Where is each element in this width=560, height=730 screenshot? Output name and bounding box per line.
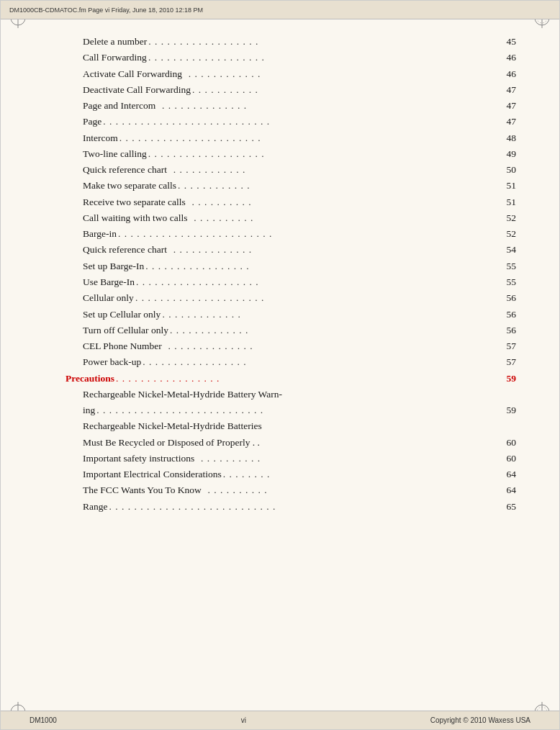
toc-dots: . . . . . . . . . . . . . . . . . . . . … xyxy=(109,499,500,515)
toc-row-quick-ref-chart-2: Quick reference chart . . . . . . . . . … xyxy=(83,242,516,258)
toc-dots: . . . . . . . . . . . . . . xyxy=(162,98,499,114)
toc-dots: . . . . . . . . . . . . . . xyxy=(168,338,499,354)
toc-text: Barge-in xyxy=(83,226,117,242)
toc-row-two-line-calling: Two-line calling . . . . . . . . . . . .… xyxy=(83,146,516,162)
toc-dots: . . . . . . . . . . xyxy=(192,194,499,210)
toc-dots: . . . . . . . . . . xyxy=(194,210,499,226)
toc-page: 46 xyxy=(500,50,516,66)
toc-text: Page xyxy=(83,114,101,130)
toc-row-power-backup: Power back-up . . . . . . . . . . . . . … xyxy=(83,354,516,370)
toc-text: Make two separate calls xyxy=(83,178,176,194)
toc-page: 55 xyxy=(500,274,516,290)
toc-dots: . . . . . . . . . . . . . . . . . . . . … xyxy=(118,226,499,242)
toc-row-receive-two-calls: Receive two separate calls . . . . . . .… xyxy=(83,194,516,210)
toc-page: 50 xyxy=(500,162,516,178)
toc-dots: . . . . . . . . . . . . . . . . . . . xyxy=(148,50,499,66)
toc-row-make-two-calls: Make two separate calls . . . . . . . . … xyxy=(83,178,516,194)
footer-right: Copyright © 2010 Waxess USA xyxy=(430,716,530,724)
toc-page: 65 xyxy=(500,499,516,515)
toc-text: Important safety instructions xyxy=(83,451,199,467)
toc-dots: . . . . . . . . . . xyxy=(201,451,499,467)
header-text: DM1000CB-CDMATOC.fm Page vi Friday, June… xyxy=(9,6,203,14)
toc-row-setup-barge-in: Set up Barge-In . . . . . . . . . . . . … xyxy=(83,258,516,274)
toc-text: ing xyxy=(83,402,95,418)
toc-text: Set up Cellular only xyxy=(83,307,161,323)
toc-page: 60 xyxy=(500,451,516,467)
toc-text: Important Electrical Considerations xyxy=(83,467,222,482)
toc-row-quick-ref-chart-1: Quick reference chart . . . . . . . . . … xyxy=(83,162,516,178)
toc-dots: . . . . . . . . . . . . xyxy=(173,162,499,178)
toc-dots: . . . . . . . . . . . xyxy=(192,82,499,98)
toc-row-turnoff-cellular-only: Turn off Cellular only . . . . . . . . .… xyxy=(83,323,516,338)
toc-dots xyxy=(261,435,499,451)
toc-page: 52 xyxy=(500,226,516,242)
toc-dots: . . . . . . . . . . . . . . . . . . . . xyxy=(136,274,499,290)
toc-dots: . . . . . . . . . . . . . . . . . xyxy=(143,354,499,370)
toc-text: Quick reference chart xyxy=(83,162,172,178)
toc-dots: . . . . . . . . . . . . xyxy=(178,178,499,194)
toc-text: CEL Phone Number xyxy=(83,338,166,354)
toc-text: Set up Barge-In xyxy=(83,258,144,274)
toc-dots: . . . . . . . . . . . . . xyxy=(162,307,499,323)
footer-center: vi xyxy=(241,716,246,724)
toc-row-range: Range . . . . . . . . . . . . . . . . . … xyxy=(83,499,516,515)
toc-page: 57 xyxy=(500,354,516,370)
page: DM1000CB-CDMATOC.fm Page vi Friday, June… xyxy=(0,0,560,730)
toc-row-barge-in: Barge-in . . . . . . . . . . . . . . . .… xyxy=(83,226,516,242)
toc-text: Range xyxy=(83,499,108,515)
toc-text: Two-line calling xyxy=(83,146,147,162)
toc-dots: . . . . . . . . . . . . . xyxy=(170,323,499,338)
toc-text: Use Barge-In xyxy=(83,274,135,290)
toc-page: 56 xyxy=(500,307,516,323)
toc-row-nimh-battery-warning: Rechargeable Nickel-Metal-Hydride Batter… xyxy=(83,387,516,419)
toc-page: 56 xyxy=(500,323,516,338)
toc-page: 48 xyxy=(500,130,516,146)
toc-row-nimh-batteries-recycled: Rechargeable Nickel-Metal-Hydride Batter… xyxy=(83,418,516,451)
toc-page: 56 xyxy=(500,290,516,306)
toc-text: Cellular only xyxy=(83,290,134,306)
toc-dots: . . . . . . . . . . . . . . . . . . . xyxy=(148,146,499,162)
toc-page: 46 xyxy=(500,66,516,82)
toc-text: Power back-up xyxy=(83,354,141,370)
toc-page: 54 xyxy=(500,242,516,258)
toc-row-page-intercom: Page and Intercom . . . . . . . . . . . … xyxy=(83,98,516,114)
toc-page: 59 xyxy=(500,371,516,387)
toc-dots: . . . . . . . . . . . . . . . . . . . . … xyxy=(135,290,499,306)
toc-dots: . . . . . . . . . . . . xyxy=(189,66,499,82)
toc-page: 45 xyxy=(500,34,516,50)
toc-page: 52 xyxy=(500,210,516,226)
toc-page: 55 xyxy=(500,258,516,274)
toc-text: Delete a number xyxy=(83,34,147,50)
header-bar: DM1000CB-CDMATOC.fm Page vi Friday, June… xyxy=(1,1,559,19)
toc-dots: . . . . . . . . . . . . . xyxy=(173,242,499,258)
toc-page: 47 xyxy=(500,82,516,98)
toc-row-use-barge-in: Use Barge-In . . . . . . . . . . . . . .… xyxy=(83,274,516,290)
toc-row-page: Page . . . . . . . . . . . . . . . . . .… xyxy=(83,114,516,130)
toc-row-fcc: The FCC Wants You To Know . . . . . . . … xyxy=(83,482,516,498)
toc-text: Page and Intercom xyxy=(83,98,161,114)
toc-dots: . . . . . . . . . . . . . . . . . . . . … xyxy=(96,402,499,418)
toc-dots: . . . . . . . . . . xyxy=(208,482,500,498)
toc-text: Receive two separate calls xyxy=(83,194,191,210)
toc-dots: . . . . . . . . xyxy=(223,467,499,482)
section-title: Precautions xyxy=(66,371,114,387)
toc-page: 47 xyxy=(500,114,516,130)
toc-text: Activate Call Forwarding xyxy=(83,66,187,82)
toc-page: 51 xyxy=(500,178,516,194)
footer-bar: DM1000 vi Copyright © 2010 Waxess USA xyxy=(1,711,559,729)
toc-dots: . . . . . . . . . . . . . . . . . xyxy=(145,258,499,274)
toc-row-important-electrical: Important Electrical Considerations . . … xyxy=(83,467,516,482)
toc-page: 51 xyxy=(500,194,516,210)
toc-text: Deactivate Call Forwarding xyxy=(83,82,191,98)
toc-row-activate-call-forwarding: Activate Call Forwarding . . . . . . . .… xyxy=(83,66,516,82)
toc-text: The FCC Wants You To Know xyxy=(83,482,207,498)
toc-dots: . . . . . . . . . . . . . . . . . . . . … xyxy=(103,114,499,130)
toc-text: Turn off Cellular only xyxy=(83,323,168,338)
toc-row-call-waiting: Call waiting with two calls . . . . . . … xyxy=(83,210,516,226)
toc-page: 47 xyxy=(500,98,516,114)
toc-text: Must Be Recycled or Disposed of Properly… xyxy=(83,435,260,451)
toc-row-cel-phone-number: CEL Phone Number . . . . . . . . . . . .… xyxy=(83,338,516,354)
toc-page: 60 xyxy=(500,435,516,451)
toc-row-intercom: Intercom . . . . . . . . . . . . . . . .… xyxy=(83,130,516,146)
toc-page: 64 xyxy=(500,482,516,498)
